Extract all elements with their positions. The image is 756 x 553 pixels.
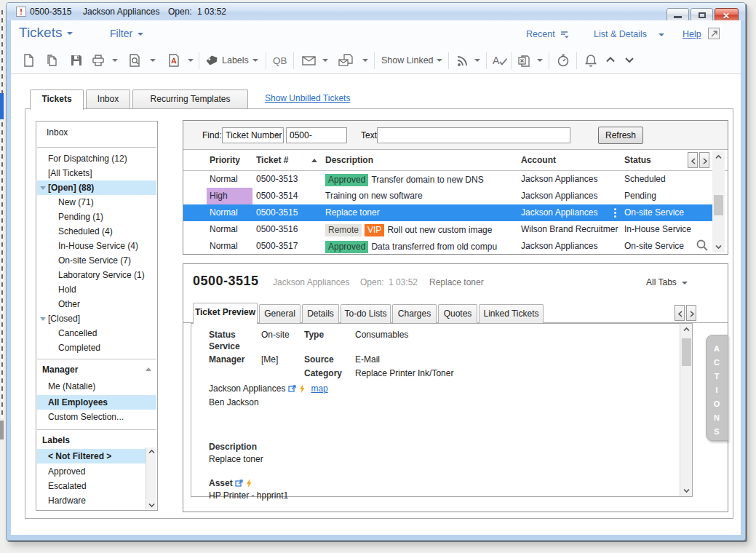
sidebar-item-pending[interactable]: Pending (1)	[37, 210, 156, 224]
collapse-icon[interactable]	[40, 186, 46, 190]
sidebar-item-on-site-service[interactable]: On-site Service (7)	[37, 253, 156, 268]
scroll-down-icon[interactable]	[683, 488, 690, 493]
next-button[interactable]	[623, 53, 636, 66]
tab-ticket-preview[interactable]: Ticket Preview	[193, 303, 258, 324]
open-asset-icon[interactable]	[235, 479, 244, 488]
tab-charges[interactable]: Charges	[392, 304, 437, 323]
all-tabs-menu[interactable]: All Tabs	[646, 277, 688, 287]
list-details-menu[interactable]: List & Details	[594, 29, 664, 39]
scroll-up-icon[interactable]	[715, 154, 722, 160]
scrollbar-thumb[interactable]	[682, 338, 691, 366]
sidebar-item-scheduled[interactable]: Scheduled (4)	[37, 224, 156, 239]
column-scroll-right-button[interactable]	[699, 152, 709, 168]
pdf-caret-icon[interactable]	[188, 59, 194, 62]
quickbooks-button[interactable]: QB	[273, 55, 287, 66]
print-preview-caret-icon[interactable]	[150, 59, 156, 62]
scroll-down-icon[interactable]	[715, 244, 722, 250]
labels-caret-icon[interactable]	[252, 59, 258, 62]
sidebar-item-closed[interactable]: [Closed]	[37, 311, 156, 326]
sidebar-item-label-hardware[interactable]: Hardware	[37, 493, 146, 508]
tab-recurring-templates[interactable]: Recurring Templates	[132, 89, 248, 108]
excel-caret-icon[interactable]	[537, 59, 543, 62]
sidebar-item-not-filtered[interactable]: < Not Filtered >	[37, 449, 146, 464]
labels-scrollbar[interactable]	[146, 447, 156, 509]
filter-menu[interactable]: Filter	[110, 28, 143, 39]
pdf-button[interactable]	[167, 53, 181, 68]
recent-menu[interactable]: Recent	[526, 29, 569, 39]
print-caret-icon[interactable]	[112, 59, 118, 62]
print-button[interactable]	[91, 53, 106, 68]
sidebar-item-all-employees[interactable]: All Employees	[37, 395, 156, 410]
rss-button[interactable]	[455, 53, 470, 68]
ticket-row[interactable]: Normal 0500-3517 ApprovedData transferre…	[183, 238, 713, 255]
help-link[interactable]: Help	[683, 29, 701, 39]
show-linked-caret-icon[interactable]	[437, 59, 442, 62]
list-vertical-scrollbar[interactable]	[712, 151, 725, 252]
text-input[interactable]	[377, 127, 570, 143]
sidebar-item-open[interactable]: [Open] (88)	[37, 180, 156, 195]
labels-section-header[interactable]: Labels	[42, 433, 70, 447]
column-priority[interactable]: Priority	[210, 155, 240, 165]
new-ticket-button[interactable]	[21, 53, 36, 68]
column-account[interactable]: Account	[521, 155, 556, 165]
detail-vertical-scrollbar[interactable]	[680, 324, 692, 496]
print-preview-button[interactable]	[127, 53, 142, 68]
ticket-row[interactable]: Normal 0500-3513 ApprovedTransfer domain…	[183, 171, 713, 188]
collapse-icon[interactable]	[40, 317, 46, 321]
excel-export-button[interactable]	[517, 53, 531, 68]
tab-linked-tickets[interactable]: Linked Tickets	[479, 304, 544, 323]
row-menu-icon[interactable]	[614, 208, 616, 218]
sidebar-item-inbox[interactable]: Inbox	[37, 125, 156, 140]
scroll-up-icon[interactable]	[683, 327, 690, 333]
tab-general[interactable]: General	[259, 304, 301, 323]
tab-details[interactable]: Details	[302, 304, 339, 323]
scroll-up-icon[interactable]	[148, 449, 155, 455]
open-account-icon[interactable]	[288, 384, 297, 393]
refresh-button[interactable]: Refresh	[598, 127, 643, 144]
actions-tab[interactable]: ACTIONS	[706, 335, 728, 441]
show-unbilled-tickets-link[interactable]: Show Unbilled Tickets	[265, 93, 350, 103]
sidebar-item-label-approved[interactable]: Approved	[37, 464, 146, 479]
detach-window-icon[interactable]	[708, 28, 720, 39]
sidebar-item-for-dispatching[interactable]: For Dispatching (12)	[37, 151, 156, 166]
tab-scroll-right-button[interactable]	[686, 305, 696, 321]
find-value-input[interactable]	[286, 127, 347, 143]
sidebar-item-custom-selection[interactable]: Custom Selection...	[37, 410, 156, 424]
manager-section-header[interactable]: Manager	[42, 362, 78, 377]
labels-button[interactable]	[204, 53, 219, 68]
search-icon[interactable]	[696, 239, 709, 252]
column-ticket[interactable]: Ticket #	[256, 155, 288, 165]
ticket-row-selected[interactable]: Normal 0500-3515 Replace toner Jackson A…	[183, 204, 713, 221]
tab-tickets[interactable]: Tickets	[30, 89, 84, 110]
spellcheck-button[interactable]: A	[492, 53, 508, 68]
labels-button-label[interactable]: Labels	[222, 55, 249, 65]
tickets-menu[interactable]: Tickets	[19, 25, 73, 41]
ticket-row[interactable]: Normal 0500-3516 RemoteVIPRoll out new c…	[183, 221, 713, 238]
copy-button[interactable]	[44, 53, 59, 68]
previous-button[interactable]	[604, 53, 617, 66]
quick-action-icon[interactable]	[246, 479, 252, 488]
window-titlebar[interactable]: ! 0500-3515 Jackson Appliances Open: 1 0…	[7, 3, 745, 20]
tab-inbox[interactable]: Inbox	[86, 89, 130, 108]
sidebar-item-cancelled[interactable]: Cancelled	[37, 326, 156, 341]
scrollbar-thumb[interactable]	[714, 195, 723, 215]
rss-caret-icon[interactable]	[474, 59, 480, 62]
scroll-down-icon[interactable]	[148, 502, 155, 508]
sidebar-item-me[interactable]: Me (Natalie)	[37, 379, 156, 394]
timer-button[interactable]	[556, 53, 570, 68]
quick-action-icon[interactable]	[299, 384, 306, 393]
save-button[interactable]	[69, 53, 84, 68]
email-ticket-button[interactable]	[338, 53, 354, 68]
sidebar-item-laboratory-service[interactable]: Laboratory Service (1)	[37, 268, 156, 282]
sidebar-item-new[interactable]: New (71)	[37, 195, 156, 210]
find-field-select[interactable]: Ticket Number	[222, 127, 284, 143]
ticket-row[interactable]: High 0500-3514 Training on new software …	[183, 188, 713, 204]
show-linked-button[interactable]: Show Linked	[381, 55, 434, 65]
column-status[interactable]: Status	[624, 155, 651, 165]
column-scroll-left-button[interactable]	[688, 152, 698, 168]
email-button[interactable]	[301, 53, 317, 68]
sidebar-item-label-escalated[interactable]: Escalated	[37, 479, 146, 493]
column-description[interactable]: Description	[325, 155, 373, 165]
sidebar-item-other[interactable]: Other	[37, 297, 156, 311]
sidebar-item-all-tickets[interactable]: [All Tickets]	[37, 166, 156, 180]
